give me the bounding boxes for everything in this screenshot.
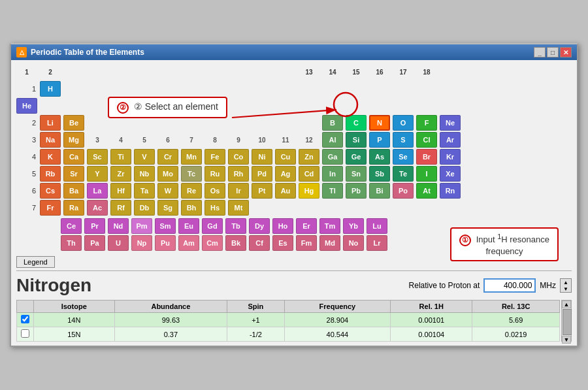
element-N[interactable]: N xyxy=(369,115,390,131)
element-Kr[interactable]: Kr xyxy=(440,149,461,165)
element-Pt[interactable]: Pt xyxy=(252,183,272,199)
element-Mt[interactable]: Mt xyxy=(228,200,249,216)
element-Mn[interactable]: Mn xyxy=(181,149,202,165)
element-Pd[interactable]: Pd xyxy=(252,166,272,182)
element-Nb[interactable]: Nb xyxy=(134,166,155,182)
element-Fr[interactable]: Fr xyxy=(40,200,61,216)
element-Sg[interactable]: Sg xyxy=(157,200,178,216)
element-Es[interactable]: Es xyxy=(272,235,293,251)
element-Li[interactable]: Li xyxy=(40,115,61,131)
element-Lu[interactable]: Lu xyxy=(367,218,387,234)
element-F[interactable]: F xyxy=(416,115,437,131)
element-V[interactable]: V xyxy=(134,149,155,165)
element-U[interactable]: U xyxy=(108,235,129,251)
element-Ac[interactable]: Ac xyxy=(87,200,108,216)
element-Hs[interactable]: Hs xyxy=(204,200,225,216)
element-Db[interactable]: Db xyxy=(134,200,155,216)
element-Pa[interactable]: Pa xyxy=(84,235,105,251)
element-Am[interactable]: Am xyxy=(178,235,199,251)
element-Br[interactable]: Br xyxy=(416,149,437,165)
element-Te[interactable]: Te xyxy=(393,166,414,182)
legend-button[interactable]: Legend xyxy=(16,256,55,268)
element-Se[interactable]: Se xyxy=(393,149,414,165)
minimize-button[interactable]: _ xyxy=(534,47,546,57)
scroll-down-button[interactable]: ▼ xyxy=(562,336,571,344)
element-Tm[interactable]: Tm xyxy=(319,218,340,234)
freq-down-button[interactable]: ▼ xyxy=(561,285,571,292)
element-Mo[interactable]: Mo xyxy=(157,166,178,182)
element-Ga[interactable]: Ga xyxy=(322,149,343,165)
element-Rb[interactable]: Rb xyxy=(40,166,61,182)
element-Sr[interactable]: Sr xyxy=(63,166,84,182)
element-Si[interactable]: Si xyxy=(346,132,367,148)
element-Ag[interactable]: Ag xyxy=(275,166,296,182)
element-Md[interactable]: Md xyxy=(319,235,340,251)
element-Pb[interactable]: Pb xyxy=(346,183,367,199)
element-Sc[interactable]: Sc xyxy=(87,149,108,165)
element-Ba[interactable]: Ba xyxy=(63,183,84,199)
element-Ta[interactable]: Ta xyxy=(134,183,155,199)
element-Sn[interactable]: Sn xyxy=(346,166,367,182)
element-Re[interactable]: Re xyxy=(181,183,202,199)
element-Th[interactable]: Th xyxy=(61,235,82,251)
element-Na[interactable]: Na xyxy=(40,132,61,148)
element-Pm[interactable]: Pm xyxy=(131,218,152,234)
element-I[interactable]: I xyxy=(416,166,437,182)
freq-up-button[interactable]: ▲ xyxy=(561,279,571,285)
element-Mg[interactable]: Mg xyxy=(63,132,84,148)
element-Cs[interactable]: Cs xyxy=(40,183,61,199)
element-C[interactable]: C xyxy=(346,115,367,131)
element-Ar[interactable]: Ar xyxy=(440,132,461,148)
element-Y[interactable]: Y xyxy=(87,166,108,182)
element-Fe[interactable]: Fe xyxy=(204,149,225,165)
element-Lr[interactable]: Lr xyxy=(367,235,387,251)
element-Be[interactable]: Be xyxy=(63,115,84,131)
element-Rf[interactable]: Rf xyxy=(110,200,131,216)
element-B[interactable]: B xyxy=(322,115,343,131)
element-Rh[interactable]: Rh xyxy=(228,166,249,182)
element-Zr[interactable]: Zr xyxy=(110,166,131,182)
element-Zn[interactable]: Zn xyxy=(299,149,319,165)
element-Xe[interactable]: Xe xyxy=(440,166,461,182)
element-At[interactable]: At xyxy=(416,183,437,199)
element-Tb[interactable]: Tb xyxy=(225,218,246,234)
element-Dy[interactable]: Dy xyxy=(249,218,270,234)
element-Hf[interactable]: Hf xyxy=(110,183,131,199)
element-Ir[interactable]: Ir xyxy=(228,183,249,199)
element-Eu[interactable]: Eu xyxy=(178,218,199,234)
vertical-scrollbar[interactable]: ▲ ▼ xyxy=(561,300,572,342)
element-Sm[interactable]: Sm xyxy=(155,218,176,234)
element-Fm[interactable]: Fm xyxy=(296,235,317,251)
element-Er[interactable]: Er xyxy=(296,218,317,234)
element-Sb[interactable]: Sb xyxy=(369,166,390,182)
element-Np[interactable]: Np xyxy=(131,235,152,251)
element-Tl[interactable]: Tl xyxy=(322,183,343,199)
element-Bh[interactable]: Bh xyxy=(181,200,202,216)
element-Ra[interactable]: Ra xyxy=(63,200,84,216)
element-W[interactable]: W xyxy=(157,183,178,199)
scroll-up-button[interactable]: ▲ xyxy=(562,301,571,308)
element-As[interactable]: As xyxy=(369,149,390,165)
scroll-thumb[interactable] xyxy=(563,309,572,335)
element-Cf[interactable]: Cf xyxy=(249,235,270,251)
element-Pu[interactable]: Pu xyxy=(155,235,176,251)
element-La[interactable]: La xyxy=(87,183,108,199)
element-Bi[interactable]: Bi xyxy=(369,183,390,199)
element-Cu[interactable]: Cu xyxy=(275,149,296,165)
element-Ho[interactable]: Ho xyxy=(272,218,293,234)
element-No[interactable]: No xyxy=(343,235,364,251)
element-O[interactable]: O xyxy=(393,115,414,131)
element-Gd[interactable]: Gd xyxy=(202,218,223,234)
element-Cd[interactable]: Cd xyxy=(299,166,319,182)
element-P[interactable]: P xyxy=(369,132,390,148)
element-Ca[interactable]: Ca xyxy=(63,149,84,165)
close-button[interactable]: ✕ xyxy=(560,47,572,57)
element-Nd[interactable]: Nd xyxy=(108,218,129,234)
element-Rn[interactable]: Rn xyxy=(440,183,461,199)
element-Cm[interactable]: Cm xyxy=(202,235,223,251)
element-Cl[interactable]: Cl xyxy=(416,132,437,148)
element-In[interactable]: In xyxy=(322,166,343,182)
element-He[interactable]: He xyxy=(16,98,37,114)
element-Al[interactable]: Al xyxy=(322,132,343,148)
maximize-button[interactable]: □ xyxy=(547,47,559,57)
